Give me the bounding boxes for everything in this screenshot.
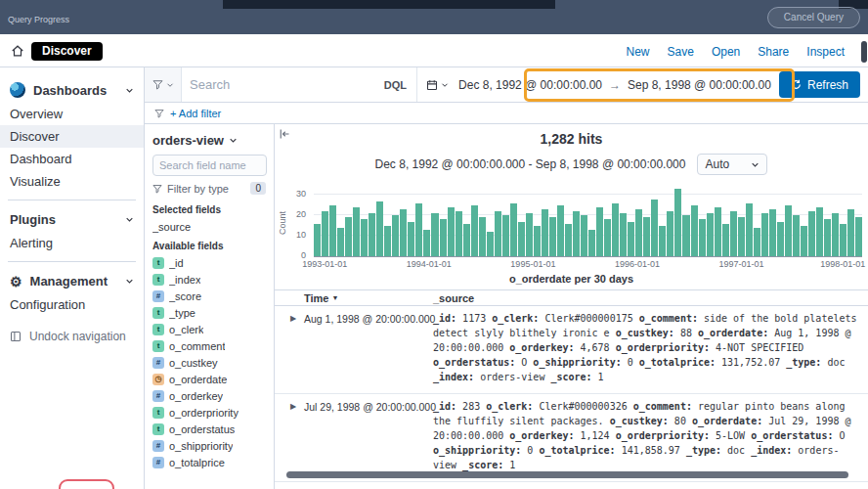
histogram-bar[interactable] (573, 211, 580, 256)
histogram-bar[interactable] (659, 226, 666, 256)
histogram-bar[interactable] (785, 205, 792, 256)
nav-item-dashboard[interactable]: Dashboard (0, 148, 144, 170)
histogram-bar[interactable] (557, 205, 564, 256)
histogram-bar[interactable] (847, 209, 854, 256)
cancel-query-button[interactable]: Cancel Query (767, 7, 860, 28)
histogram-bar[interactable] (314, 224, 321, 256)
histogram-bar[interactable] (471, 205, 478, 256)
header-link-inspect[interactable]: Inspect (806, 45, 845, 59)
field-item-o_orderstatus[interactable]: to_orderstatus (145, 421, 274, 437)
field-item-_source[interactable]: _source (145, 218, 274, 235)
date-range-start[interactable]: Dec 8, 1992 @ 00:00:00.00 (458, 78, 602, 92)
histogram-bar[interactable] (322, 211, 328, 256)
scrollbar-thumb[interactable] (861, 41, 867, 63)
field-item-_id[interactable]: t_id (145, 254, 274, 271)
field-item-o_orderdate[interactable]: ◷o_orderdate (145, 371, 274, 387)
histogram-bar[interactable] (620, 213, 627, 256)
field-item-o_shippriority[interactable]: #o_shippriority (145, 437, 274, 454)
field-item-o_custkey[interactable]: #o_custkey (145, 354, 274, 371)
histogram-bar[interactable] (518, 222, 525, 256)
filter-by-type-toggle[interactable]: Filter by type 0 (152, 182, 266, 195)
histogram-bar[interactable] (588, 230, 595, 256)
histogram-bar[interactable] (495, 211, 501, 256)
histogram-bar[interactable] (746, 203, 753, 256)
histogram-bar[interactable] (707, 213, 714, 256)
histogram-bar[interactable] (369, 213, 375, 256)
histogram-bar[interactable] (549, 217, 556, 256)
header-link-open[interactable]: Open (712, 45, 740, 59)
histogram-bar[interactable] (345, 217, 352, 256)
histogram-bar[interactable] (337, 228, 344, 256)
histogram-bar[interactable] (479, 217, 486, 256)
histogram-bar[interactable] (667, 211, 673, 256)
histogram-bar[interactable] (840, 224, 846, 256)
histogram-bar[interactable] (604, 219, 611, 256)
histogram-bar[interactable] (793, 215, 800, 256)
histogram-bar[interactable] (738, 217, 745, 256)
add-filter-button[interactable]: + Add filter (170, 108, 221, 119)
time-column-header[interactable]: Time ▼ (304, 292, 433, 304)
histogram-bar[interactable] (329, 205, 336, 256)
header-link-new[interactable]: New (627, 45, 650, 59)
expand-caret-icon[interactable]: ▶ (290, 311, 304, 384)
histogram-bar[interactable] (408, 222, 414, 256)
histogram-bar[interactable] (487, 232, 494, 256)
histogram-bar[interactable] (808, 211, 815, 256)
histogram-bar[interactable] (440, 219, 447, 256)
histogram-bar[interactable] (376, 201, 383, 256)
field-item-o_clerk[interactable]: to_clerk (145, 321, 274, 337)
nav-item-configuration[interactable]: Configuration (0, 293, 144, 316)
field-item-o_totalprice[interactable]: #o_totalprice (145, 454, 274, 470)
histogram-bar[interactable] (415, 203, 422, 256)
histogram-bar[interactable] (855, 217, 862, 256)
nav-item-overview[interactable]: Overview (0, 103, 144, 125)
histogram-bar[interactable] (801, 226, 807, 256)
histogram-bar[interactable] (715, 207, 721, 256)
histogram-bar[interactable] (635, 209, 642, 256)
histogram-bar[interactable] (699, 219, 706, 256)
histogram-bar[interactable] (526, 213, 533, 256)
header-link-save[interactable]: Save (668, 45, 694, 59)
query-language-button[interactable]: DQL (374, 79, 416, 91)
header-link-share[interactable]: Share (758, 45, 789, 59)
histogram-bar[interactable] (754, 228, 760, 256)
histogram-bar[interactable] (643, 217, 650, 256)
histogram-bar[interactable] (596, 207, 603, 256)
histogram-bar[interactable] (448, 207, 455, 256)
nav-section-dashboards[interactable]: Dashboards (0, 77, 144, 103)
histogram-bar[interactable] (456, 211, 462, 256)
histogram-bar[interactable] (400, 209, 407, 256)
histogram-bar[interactable] (510, 203, 517, 256)
index-pattern-selector[interactable]: orders-view (145, 124, 274, 153)
date-range-end[interactable]: Sep 8, 1998 @ 00:00:00.00 (628, 78, 771, 92)
collapse-sidebar-icon[interactable] (279, 128, 290, 140)
histogram-bar[interactable] (392, 215, 399, 256)
histogram-bar[interactable] (824, 219, 831, 256)
histogram-bar[interactable] (384, 226, 391, 256)
nav-item-discover[interactable]: Discover (0, 125, 144, 148)
field-search-input[interactable] (152, 155, 267, 176)
histogram-bar[interactable] (463, 224, 470, 256)
horizontal-scrollbar[interactable] (286, 471, 848, 478)
nav-item-visualize[interactable]: Visualize (0, 170, 144, 193)
histogram-bar[interactable] (628, 222, 634, 256)
histogram-bar[interactable] (431, 213, 438, 256)
interval-select[interactable]: Auto (697, 154, 767, 175)
histogram-bar[interactable] (534, 226, 541, 256)
histogram-bar[interactable] (612, 203, 619, 256)
histogram-bar[interactable] (581, 215, 587, 256)
histogram-bar[interactable] (832, 213, 839, 256)
histogram-bar[interactable] (761, 213, 768, 256)
field-item-_type[interactable]: t_type (145, 304, 274, 321)
histogram-bar[interactable] (816, 207, 823, 256)
histogram-bar[interactable] (722, 224, 729, 256)
histogram-bar[interactable] (502, 215, 509, 256)
histogram-bar[interactable] (361, 219, 368, 256)
saved-query-menu-button[interactable] (145, 67, 182, 102)
histogram-bar[interactable] (691, 205, 698, 256)
histogram-bar[interactable] (730, 211, 737, 256)
field-item-_index[interactable]: t_index (145, 271, 274, 288)
histogram-bar[interactable] (777, 222, 784, 256)
histogram-bar[interactable] (769, 209, 776, 256)
home-icon[interactable] (11, 44, 24, 58)
